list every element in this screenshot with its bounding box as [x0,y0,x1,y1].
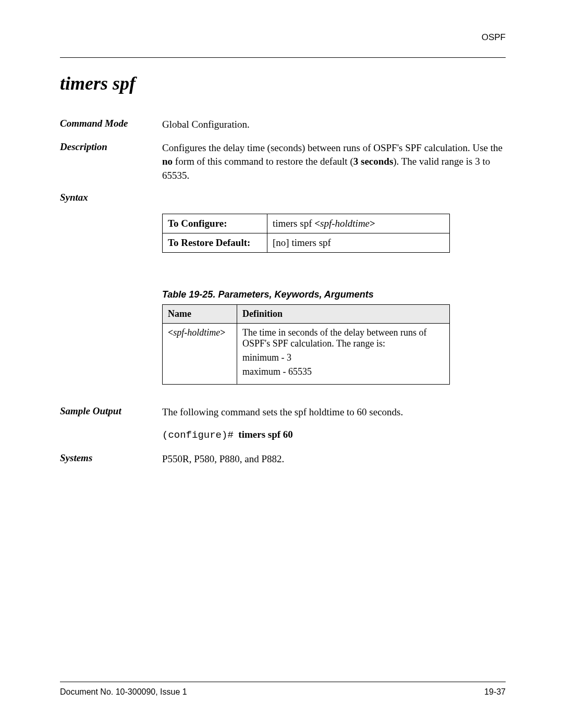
sample-command: timers spf 60 [238,429,292,440]
angle-close: > [370,218,375,229]
desc-no-word: no [162,156,173,167]
label-command-mode: Command Mode [60,118,162,132]
param-name-cell: <spf-holdtime> [163,324,237,385]
value-sample-output: The following command sets the spf holdt… [162,405,506,419]
value-systems: P550R, P580, P880, and P882. [162,452,506,466]
section-syntax: Syntax [60,192,506,203]
desc-default: 3 seconds [353,156,394,167]
def-line-3: maximum - 65535 [242,366,444,377]
angle-open: < [314,218,320,229]
value-command-mode: Global Configuration. [162,118,506,132]
table-header-row: Name Definition [163,305,450,324]
sample-prompt: (configure)# [162,429,234,441]
cmd-prefix: timers spf [273,218,314,229]
param-name: spf-holdtime [173,327,220,338]
table-row: To Configure: timers spf <spf-holdtime> [163,214,450,233]
param-table: Name Definition <spf-holdtime> The time … [162,304,450,385]
page-content: OSPF timers spf Command Mode Global Conf… [0,0,563,728]
sample-code: (configure)# timers spf 60 [162,429,506,441]
section-command-mode: Command Mode Global Configuration. [60,118,506,132]
section-sample-output: Sample Output The following command sets… [60,405,506,419]
section-systems: Systems P550R, P580, P880, and P882. [60,452,506,466]
label-systems: Systems [60,452,162,466]
def-line-2: minimum - 3 [242,352,444,363]
value-description: Configures the delay time (seconds) betw… [162,141,506,183]
desc-text-mid: form of this command to restore the defa… [173,156,353,167]
label-description: Description [60,141,162,183]
syntax-table: To Configure: timers spf <spf-holdtime> … [162,214,450,253]
angle-open2: < [168,327,173,338]
syntax-row-configure-label: To Configure: [163,214,267,233]
value-syntax-empty [162,192,506,203]
table-row: To Restore Default: [no] timers spf [163,233,450,253]
label-sample-output: Sample Output [60,405,162,419]
table-caption: Table 19-25. Parameters, Keywords, Argum… [162,289,506,300]
page-title: timers spf [60,72,506,94]
th-definition: Definition [237,305,450,324]
angle-close2: > [220,327,225,338]
footer-doc: Document No. 10-300090, Issue 1 [60,687,187,697]
header-category: OSPF [60,32,506,43]
param-definition-cell: The time in seconds of the delay between… [237,324,450,385]
label-syntax: Syntax [60,192,162,203]
desc-text-pre: Configures the delay time (seconds) betw… [162,142,503,153]
page-footer: Document No. 10-300090, Issue 1 19-37 [60,682,506,697]
cmd-param: spf-holdtime [320,218,370,229]
syntax-row-configure-cmd: timers spf <spf-holdtime> [267,214,450,233]
header-rule [60,57,506,58]
th-name: Name [163,305,237,324]
syntax-row-restore-cmd: [no] timers spf [267,233,450,253]
table-row: <spf-holdtime> The time in seconds of th… [163,324,450,385]
def-line-1: The time in seconds of the delay between… [242,327,444,349]
footer-page: 19-37 [484,687,506,697]
syntax-row-restore-label: To Restore Default: [163,233,267,253]
section-description: Description Configures the delay time (s… [60,141,506,183]
